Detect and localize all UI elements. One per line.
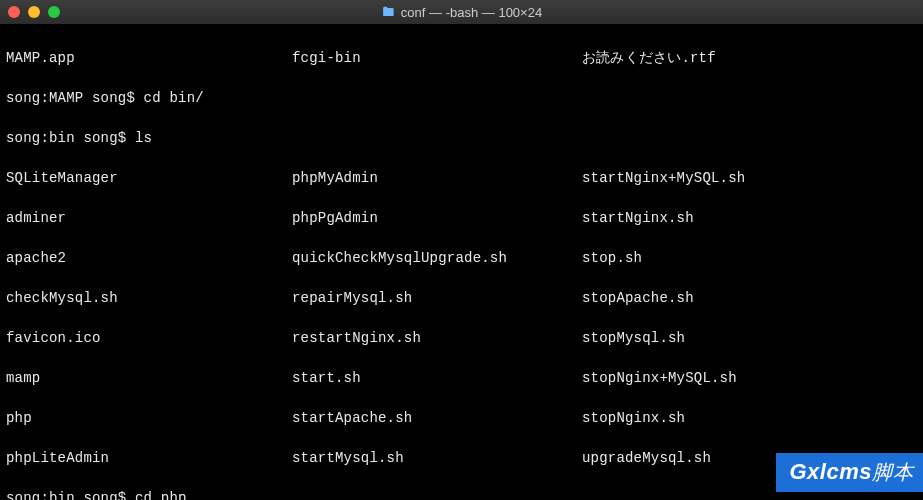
file-name: adminer bbox=[6, 208, 292, 228]
file-name: MAMP.app bbox=[6, 48, 292, 68]
file-name: stopNginx+MySQL.sh bbox=[582, 368, 917, 388]
list-item: SQLiteManagerphpMyAdminstartNginx+MySQL.… bbox=[6, 168, 917, 188]
window-title: conf — -bash — 100×24 bbox=[381, 5, 542, 20]
prompt-line: song:MAMP song$ cd bin/ bbox=[6, 88, 917, 108]
file-name: startMysql.sh bbox=[292, 448, 582, 468]
window-titlebar: conf — -bash — 100×24 bbox=[0, 0, 923, 24]
window-title-text: conf — -bash — 100×24 bbox=[401, 5, 542, 20]
file-name: checkMysql.sh bbox=[6, 288, 292, 308]
minimize-button[interactable] bbox=[28, 6, 40, 18]
maximize-button[interactable] bbox=[48, 6, 60, 18]
list-item: mampstart.shstopNginx+MySQL.sh bbox=[6, 368, 917, 388]
prompt-line: song:bin song$ ls bbox=[6, 128, 917, 148]
badge-main: Gxlcms bbox=[790, 459, 873, 484]
list-item: apache2quickCheckMysqlUpgrade.shstop.sh bbox=[6, 248, 917, 268]
file-name: stopNginx.sh bbox=[582, 408, 917, 428]
file-name: phpPgAdmin bbox=[292, 208, 582, 228]
file-name: startNginx+MySQL.sh bbox=[582, 168, 917, 188]
list-item: adminerphpPgAdminstartNginx.sh bbox=[6, 208, 917, 228]
file-name: favicon.ico bbox=[6, 328, 292, 348]
close-button[interactable] bbox=[8, 6, 20, 18]
file-name: php bbox=[6, 408, 292, 428]
file-name: stop.sh bbox=[582, 248, 917, 268]
file-name: start.sh bbox=[292, 368, 582, 388]
list-item: phpstartApache.shstopNginx.sh bbox=[6, 408, 917, 428]
file-name: お読みください.rtf bbox=[582, 48, 917, 68]
file-name: stopMysql.sh bbox=[582, 328, 917, 348]
file-name: stopApache.sh bbox=[582, 288, 917, 308]
file-name: repairMysql.sh bbox=[292, 288, 582, 308]
file-name: fcgi-bin bbox=[292, 48, 582, 68]
file-name: quickCheckMysqlUpgrade.sh bbox=[292, 248, 582, 268]
file-name: apache2 bbox=[6, 248, 292, 268]
file-name: phpLiteAdmin bbox=[6, 448, 292, 468]
list-item: checkMysql.shrepairMysql.shstopApache.sh bbox=[6, 288, 917, 308]
badge-sub: 脚本 bbox=[872, 461, 913, 483]
file-name: startApache.sh bbox=[292, 408, 582, 428]
list-item: favicon.icorestartNginx.shstopMysql.sh bbox=[6, 328, 917, 348]
file-name: SQLiteManager bbox=[6, 168, 292, 188]
site-badge: Gxlcms脚本 bbox=[776, 453, 924, 492]
list-item: MAMP.appfcgi-binお読みください.rtf bbox=[6, 48, 917, 68]
file-name: phpMyAdmin bbox=[292, 168, 582, 188]
terminal-output[interactable]: MAMP.appfcgi-binお読みください.rtf song:MAMP so… bbox=[0, 24, 923, 500]
file-name: mamp bbox=[6, 368, 292, 388]
file-name: restartNginx.sh bbox=[292, 328, 582, 348]
traffic-lights bbox=[8, 6, 60, 18]
file-name: startNginx.sh bbox=[582, 208, 917, 228]
folder-icon bbox=[381, 5, 395, 19]
